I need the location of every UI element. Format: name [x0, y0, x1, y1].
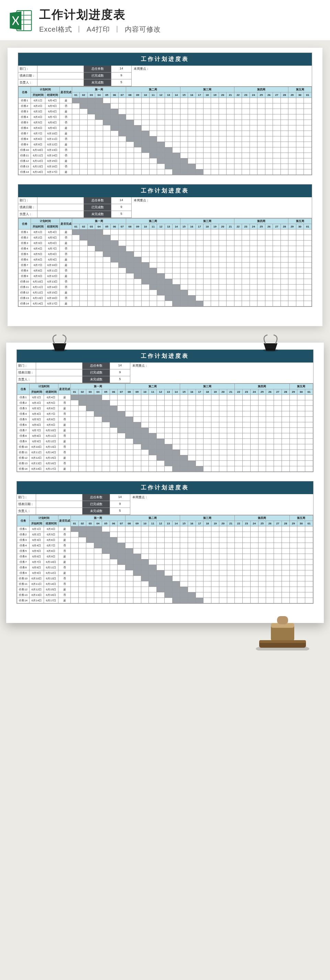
gantt-cell: [196, 581, 204, 587]
gantt-cell: [211, 461, 219, 466]
gantt-cell: [142, 109, 149, 115]
gantt-cell: [72, 147, 80, 153]
gantt-cell: [211, 109, 218, 115]
th-day: 16: [188, 521, 196, 527]
gantt-cell: [258, 587, 266, 592]
gantt-cell: [180, 395, 188, 400]
gantt-cell: [172, 587, 180, 592]
gantt-cell: [297, 411, 305, 417]
gantt-cell: [110, 400, 118, 406]
gantt-cell: [219, 598, 227, 603]
cell-task: 任务14: [17, 598, 30, 603]
gantt-cell: [103, 147, 110, 153]
gantt-cell: [226, 98, 234, 103]
cell-task: 任务5: [17, 417, 30, 422]
gantt-cell: [218, 296, 226, 301]
gantt-cell: [188, 164, 196, 169]
gantt-cell: [196, 103, 203, 109]
gantt-cell: [282, 439, 289, 444]
gantt-cell: [297, 587, 305, 592]
gantt-cell: [111, 169, 118, 175]
th-day: 24: [250, 389, 258, 395]
gantt-cell: [266, 422, 274, 428]
gantt-cell: [266, 411, 274, 417]
gantt-cell: [242, 279, 250, 285]
gantt-cell: [71, 554, 79, 559]
gantt-cell: [281, 126, 288, 131]
gantt-cell: [172, 137, 180, 142]
gantt-cell: [218, 126, 226, 131]
gantt-cell: [111, 164, 118, 169]
gantt-cell: [289, 240, 296, 246]
table-row: 任务16月1日6月4日是: [19, 229, 312, 235]
gantt-cell: [87, 290, 95, 296]
gantt-cell: [149, 461, 157, 466]
gantt-cell: [196, 137, 203, 142]
gantt-cell: [211, 538, 219, 543]
gantt-cell: [126, 246, 134, 251]
gantt-cell: [172, 285, 180, 290]
gantt-cell: [126, 450, 133, 455]
gantt-cell: [226, 296, 234, 301]
gantt-cell: [188, 268, 196, 274]
th-day: 09: [133, 389, 141, 395]
gantt-cell: [118, 422, 126, 428]
cell-task: 任务12: [19, 290, 31, 296]
gantt-cell: [94, 450, 102, 455]
gantt-cell: [266, 581, 274, 587]
table-row: 任务96月9日6月12日是: [17, 439, 313, 444]
gantt-cell: [126, 587, 133, 592]
gantt-cell: [78, 527, 86, 532]
th-done: 是否完成: [60, 218, 72, 229]
gantt-cell: [305, 444, 313, 450]
gantt-cell: [243, 395, 250, 400]
gantt-cell: [257, 164, 265, 169]
th-day: 11: [149, 389, 157, 395]
gantt-cell: [304, 153, 312, 158]
gantt-cell: [211, 576, 219, 581]
gantt-cell: [218, 290, 226, 296]
gantt-cell: [172, 268, 180, 274]
dept-label: 部门：: [18, 197, 37, 204]
th-day: 15: [180, 521, 188, 527]
gantt-cell: [196, 450, 204, 455]
gantt-cell: [250, 444, 258, 450]
gantt-cell: [227, 406, 235, 411]
th-week: 第四周: [234, 218, 288, 224]
gantt-cell: [242, 268, 250, 274]
gantt-cell: [149, 115, 157, 120]
cell-task: 任务11: [19, 285, 31, 290]
gantt-cell: [250, 428, 258, 433]
cell-end: 6月14日: [44, 450, 59, 455]
gantt-cell: [227, 554, 235, 559]
gantt-cell: [95, 229, 103, 235]
gantt-cell: [297, 592, 305, 598]
gantt-cell: [78, 554, 86, 559]
gantt-cell: [219, 422, 227, 428]
th-day: 17: [196, 521, 204, 527]
gantt-cell: [204, 581, 211, 587]
cell-end: 6月16日: [44, 461, 59, 466]
gantt-cell: [78, 570, 86, 576]
gantt-cell: [258, 559, 266, 565]
gantt-cell: [296, 274, 303, 279]
gantt-cell: [211, 285, 218, 290]
gantt-cell: [273, 142, 281, 147]
gantt-cell: [149, 395, 157, 400]
gantt-cell: [196, 543, 204, 549]
gantt-cell: [203, 246, 211, 251]
gantt-cell: [94, 576, 102, 581]
gantt-cell: [242, 98, 250, 103]
gantt-cell: [102, 576, 110, 581]
gantt-cell: [134, 164, 141, 169]
gantt-cell: [141, 428, 149, 433]
gantt-cell: [265, 262, 273, 268]
gantt-cell: [243, 466, 250, 472]
th-plan-time: 计划时间: [30, 384, 59, 389]
gantt-cell: [78, 549, 86, 554]
gantt-cell: [211, 262, 218, 268]
gantt-cell: [80, 262, 87, 268]
cell-end: 6月4日: [45, 98, 60, 103]
gantt-cell: [134, 169, 141, 175]
th-day: 03: [86, 521, 94, 527]
